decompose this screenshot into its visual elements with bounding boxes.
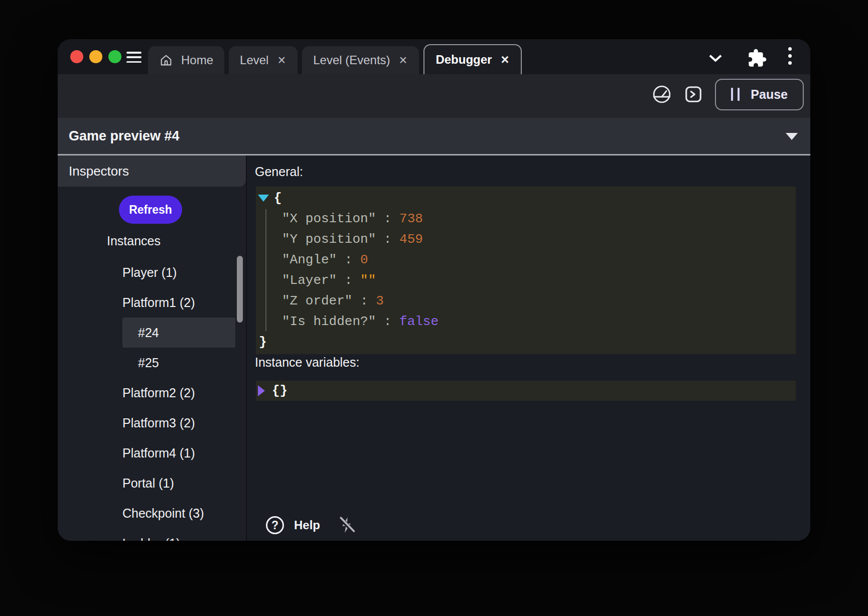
instance-tree-item-portal-1[interactable]: Portal (1): [122, 468, 235, 498]
json-value: 0: [360, 252, 368, 267]
close-brace: }: [259, 335, 267, 350]
instance-tree-item-label: Platform2 (2): [122, 386, 195, 400]
profiler-gauge-icon[interactable]: [652, 84, 672, 104]
json-property-row: "Z order" : 3: [256, 290, 796, 311]
json-key: "Angle": [282, 252, 337, 267]
json-property-row: "Angle" : 0: [256, 249, 796, 270]
tab-label: Level (Events): [313, 53, 390, 67]
inspector-detail-panel: General: { "X position" : 738 "Y positio…: [247, 156, 810, 541]
app-window: Home Level × Level (Events) × Debugger ×…: [58, 39, 810, 541]
general-json-view: { "X position" : 738 "Y position" : 459 …: [256, 187, 796, 354]
console-terminal-icon[interactable]: [684, 85, 703, 104]
instance-tree-item-label: Player (1): [122, 265, 177, 280]
instance-tree-item-platform3-2[interactable]: Platform3 (2): [122, 408, 235, 438]
instance-tree-item-label: #24: [138, 326, 159, 340]
instance-variables-view: {}: [256, 381, 796, 401]
instance-tree-item-label: #25: [138, 356, 159, 370]
instance-tree-item-checkpoint-3[interactable]: Checkpoint (3): [122, 498, 235, 528]
instance-tree-item-label: Checkpoint (3): [122, 506, 204, 521]
expand-arrow-icon[interactable]: [258, 385, 265, 396]
more-options-kebab-icon[interactable]: [788, 47, 792, 65]
instance-tree-item-platform1-2[interactable]: Platform1 (2): [122, 287, 235, 318]
hamburger-menu-icon[interactable]: [126, 52, 141, 63]
instance-tree-item-label: Platform3 (2): [122, 416, 195, 430]
instance-variables-label: Instance variables:: [255, 355, 359, 370]
tab-close-icon[interactable]: ×: [398, 54, 408, 67]
json-key: "Is hidden?": [282, 314, 376, 329]
close-window-button[interactable]: [70, 50, 83, 63]
help-button-label: Help: [294, 518, 320, 532]
json-value: 3: [376, 293, 384, 309]
inspectors-sidebar: Inspectors Refresh Instances Player (1) …: [58, 156, 246, 541]
home-icon: [159, 53, 173, 67]
tab-home[interactable]: Home: [148, 46, 224, 74]
json-key: "Z order": [282, 293, 352, 309]
puzzle-extension-icon[interactable]: [747, 48, 767, 68]
flash-off-icon[interactable]: [337, 516, 356, 535]
title-bar: Home Level × Level (Events) × Debugger ×: [58, 39, 810, 74]
instances-tree: Player (1) Platform1 (2) #24 #25 Platfor…: [122, 257, 235, 541]
tab-label: Level: [240, 53, 268, 67]
chevron-down-icon[interactable]: [706, 49, 725, 68]
instance-tree-item-label: Platform1 (2): [122, 295, 195, 310]
variables-empty-object: {}: [272, 383, 287, 398]
tab-level-events[interactable]: Level (Events) ×: [302, 46, 419, 74]
pause-button[interactable]: Pause: [715, 79, 804, 110]
tree-guide-line: [265, 209, 266, 331]
tab-label: Home: [181, 53, 213, 67]
tab-strip: Home Level × Level (Events) × Debugger ×: [148, 44, 522, 74]
instance-tree-item-24[interactable]: #24: [122, 318, 235, 348]
general-section-label: General:: [255, 165, 303, 179]
tab-label: Debugger: [436, 53, 492, 67]
minimize-window-button[interactable]: [89, 50, 102, 63]
game-preview-title: Game preview #4: [69, 118, 180, 154]
json-property-row: "X position" : 738: [256, 208, 796, 229]
instance-tree-item-platform2-2[interactable]: Platform2 (2): [122, 378, 235, 408]
instance-tree-item-label: Platform4 (1): [122, 446, 195, 460]
instance-tree-item-label: Ladder (1): [122, 536, 180, 541]
tab-debugger[interactable]: Debugger ×: [423, 44, 522, 74]
instance-tree-item-player-1[interactable]: Player (1): [122, 257, 235, 287]
json-value: 738: [399, 211, 423, 226]
json-key: "Layer": [282, 273, 337, 288]
help-button[interactable]: ? Help: [266, 516, 320, 534]
json-key: "X position": [282, 211, 376, 226]
json-property-row: "Is hidden?" : false: [256, 311, 796, 332]
game-preview-selector[interactable]: Game preview #4: [58, 118, 810, 156]
instance-tree-item-ladder-1[interactable]: Ladder (1): [122, 528, 235, 541]
content-area: Inspectors Refresh Instances Player (1) …: [58, 156, 810, 541]
pause-icon: [731, 88, 740, 101]
json-value: 459: [399, 232, 423, 247]
help-question-icon: ?: [266, 516, 284, 534]
json-value: false: [399, 314, 439, 329]
open-brace: {: [274, 191, 282, 206]
tab-level[interactable]: Level ×: [229, 46, 298, 74]
tab-close-icon[interactable]: ×: [500, 53, 510, 67]
instances-section-label: Instances: [107, 231, 161, 251]
instance-tree-item-platform4-1[interactable]: Platform4 (1): [122, 438, 235, 468]
debugger-toolbar: Pause: [58, 74, 810, 118]
dropdown-caret-icon[interactable]: [786, 133, 798, 140]
sidebar-scrollbar-thumb[interactable]: [237, 256, 243, 323]
json-property-row: "Layer" : "": [256, 270, 796, 290]
traffic-lights: [70, 50, 121, 63]
json-entries: "X position" : 738 "Y position" : 459 "A…: [256, 208, 796, 332]
instance-tree-item-label: Portal (1): [122, 476, 174, 491]
json-property-row: "Y position" : 459: [256, 229, 796, 249]
refresh-button[interactable]: Refresh: [119, 196, 182, 224]
instance-tree-item-25[interactable]: #25: [122, 348, 235, 378]
zoom-window-button[interactable]: [108, 50, 121, 63]
collapse-arrow-icon[interactable]: [258, 195, 269, 202]
json-key: "Y position": [282, 232, 376, 247]
inspectors-header: Inspectors: [58, 156, 246, 187]
tab-close-icon[interactable]: ×: [276, 54, 286, 67]
json-value: "": [360, 273, 376, 288]
pause-button-label: Pause: [751, 87, 788, 102]
